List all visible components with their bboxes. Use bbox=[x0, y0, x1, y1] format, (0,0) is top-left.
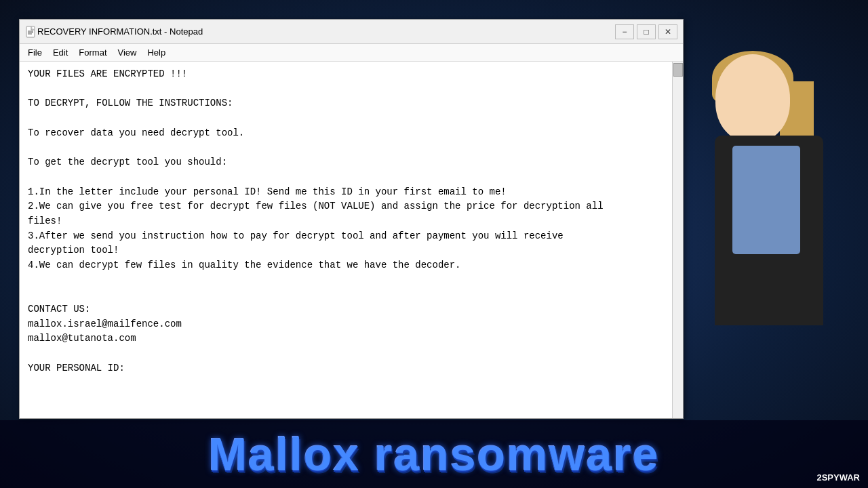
person-shirt bbox=[732, 146, 800, 254]
spyware-logo-suffix: SPYWAR bbox=[822, 472, 860, 483]
window-title: RECOVERY INFORMATION.txt - Notepad bbox=[37, 26, 615, 37]
bottom-bar: Mallox ransomware bbox=[0, 420, 868, 488]
menu-help[interactable]: Help bbox=[142, 46, 171, 59]
title-bar: RECOVERY INFORMATION.txt - Notepad − □ ✕ bbox=[20, 20, 683, 44]
svg-rect-0 bbox=[26, 26, 35, 37]
close-button[interactable]: ✕ bbox=[658, 24, 677, 39]
menu-format[interactable]: Format bbox=[73, 46, 112, 59]
window-controls: − □ ✕ bbox=[615, 24, 677, 39]
menu-file[interactable]: File bbox=[22, 46, 47, 59]
menu-edit[interactable]: Edit bbox=[47, 46, 73, 59]
spyware-logo-prefix: 2 bbox=[816, 472, 821, 483]
minimize-button[interactable]: − bbox=[615, 24, 634, 39]
person-head bbox=[715, 54, 790, 142]
notepad-content-area: YOUR FILES ARE ENCRYPTED !!! TO DECRYPT,… bbox=[20, 62, 683, 418]
scrollbar[interactable] bbox=[672, 62, 683, 418]
notepad-window: RECOVERY INFORMATION.txt - Notepad − □ ✕… bbox=[19, 19, 684, 419]
brand-title: Mallox ransomware bbox=[208, 428, 659, 481]
menu-view[interactable]: View bbox=[113, 46, 142, 59]
text-content[interactable]: YOUR FILES ARE ENCRYPTED !!! TO DECRYPT,… bbox=[20, 62, 672, 418]
scrollbar-thumb[interactable] bbox=[673, 63, 683, 77]
restore-button[interactable]: □ bbox=[637, 24, 656, 39]
menu-bar: File Edit Format View Help bbox=[20, 44, 683, 62]
spyware-logo: 2SPYWAR bbox=[816, 472, 860, 483]
document-icon bbox=[25, 26, 37, 38]
